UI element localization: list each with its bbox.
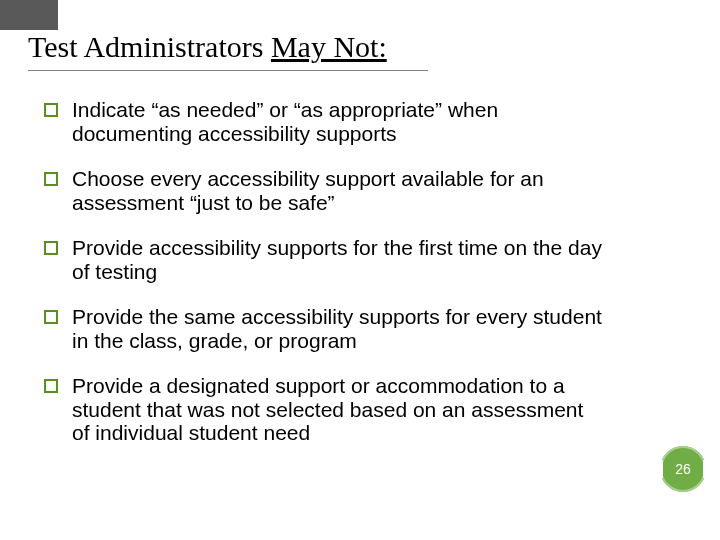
title-underline [28, 70, 428, 71]
page-number: 26 [660, 446, 706, 492]
slide: Test Administrators May Not: Indicate “a… [0, 0, 720, 540]
list-item-text: Provide the same accessibility supports … [72, 305, 604, 352]
slide-title: Test Administrators May Not: [28, 30, 387, 64]
checkbox-bullet-icon [44, 103, 58, 117]
list-item-text: Provide a designated support or accommod… [72, 374, 604, 445]
decorative-top-block [0, 0, 58, 30]
checkbox-bullet-icon [44, 310, 58, 324]
checkbox-bullet-icon [44, 172, 58, 186]
list-item: Provide a designated support or accommod… [44, 374, 604, 445]
bullet-list: Indicate “as needed” or “as appropriate”… [44, 98, 604, 467]
list-item: Choose every accessibility support avail… [44, 167, 604, 214]
page-number-badge: 26 [660, 446, 706, 492]
list-item: Provide the same accessibility supports … [44, 305, 604, 352]
list-item: Provide accessibility supports for the f… [44, 236, 604, 283]
list-item-text: Indicate “as needed” or “as appropriate”… [72, 98, 604, 145]
checkbox-bullet-icon [44, 241, 58, 255]
title-emphasis: May Not: [271, 30, 387, 63]
list-item-text: Provide accessibility supports for the f… [72, 236, 604, 283]
checkbox-bullet-icon [44, 379, 58, 393]
list-item: Indicate “as needed” or “as appropriate”… [44, 98, 604, 145]
list-item-text: Choose every accessibility support avail… [72, 167, 604, 214]
title-prefix: Test Administrators [28, 30, 271, 63]
